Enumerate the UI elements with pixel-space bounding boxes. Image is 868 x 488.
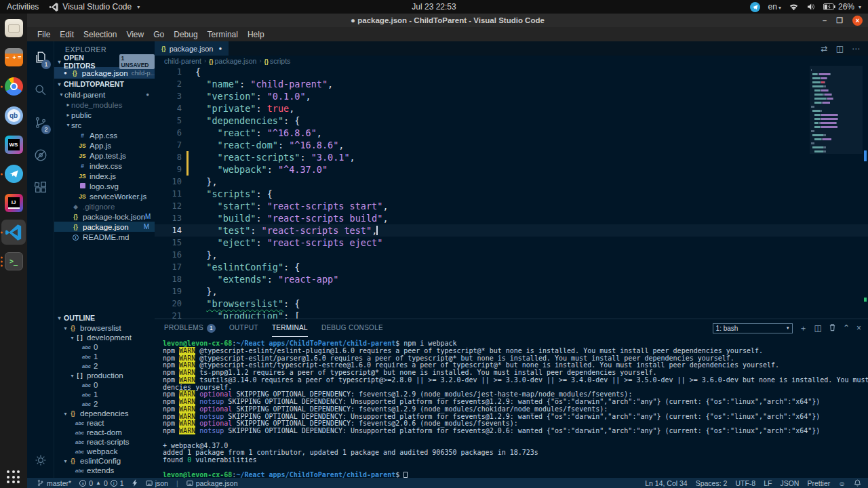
search-activity-icon[interactable]: [27, 74, 54, 106]
new-terminal-icon[interactable]: ＋: [800, 323, 808, 334]
code-line-4[interactable]: 4 "private": true,: [155, 102, 868, 115]
close-button[interactable]: ×: [852, 16, 863, 26]
code-line-14[interactable]: 14 "test": "react-scripts test",: [155, 224, 868, 237]
code-line-12[interactable]: 12 "start": "react-scripts start",: [155, 200, 868, 212]
code-line-3[interactable]: 3 "version": "0.1.0",: [155, 90, 868, 102]
telegram-tray-icon[interactable]: [750, 2, 760, 12]
code-line-21[interactable]: 21 "production": [: [155, 310, 868, 319]
tree-item-webpack[interactable]: abcwebpack: [54, 447, 155, 456]
debug-activity-icon[interactable]: [27, 139, 54, 171]
terminal[interactable]: levon@levon-cx-68:~/React apps/ChildToPa…: [155, 337, 868, 479]
code-line-19[interactable]: 19 },: [155, 285, 868, 298]
split-editor-icon[interactable]: ◫: [836, 44, 844, 54]
tree-item-eslintconfig[interactable]: ▾{}eslintConfig: [54, 456, 155, 466]
workspace-header[interactable]: ▾ CHILDTOPARENT: [54, 79, 155, 89]
title-bar[interactable]: ● package.json - ChildToParent - Visual …: [27, 14, 868, 27]
minimap[interactable]: [810, 66, 863, 319]
panel-tab-output[interactable]: OUTPUT: [229, 319, 258, 337]
code-line-10[interactable]: 10 },: [155, 176, 868, 188]
panel-tab-debug-console[interactable]: DEBUG CONSOLE: [321, 319, 383, 337]
tree-item-development[interactable]: ▾[ ]development: [54, 333, 155, 342]
open-changes-icon[interactable]: ⇄: [821, 44, 828, 54]
code-line-15[interactable]: 15 "eject": "react-scripts eject": [155, 237, 868, 249]
split-terminal-icon[interactable]: ◫: [814, 323, 822, 333]
indentation[interactable]: Spaces: 2: [696, 479, 728, 487]
manage-gear-icon[interactable]: [27, 444, 54, 476]
tree-item-extends[interactable]: abcextends: [54, 466, 155, 475]
notifications-bell-icon[interactable]: [854, 479, 861, 487]
maximize-panel-icon[interactable]: ⌃: [843, 323, 850, 333]
outline-header[interactable]: ▾ OUTLINE: [54, 312, 155, 323]
tree-item-1[interactable]: abc1: [54, 390, 155, 399]
menu-selection[interactable]: Selection: [79, 30, 121, 39]
tree-item-node-modules[interactable]: ▸node_modules: [54, 100, 155, 110]
source-control-activity-icon[interactable]: 2: [27, 106, 54, 139]
tree-item-readme-md[interactable]: iREADME.md: [54, 232, 155, 242]
breadcrumb-item[interactable]: {}package.json: [209, 57, 257, 65]
tree-item-react-scripts[interactable]: abcreact-scripts: [54, 437, 155, 447]
panel-tab-terminal[interactable]: TERMINAL: [272, 319, 308, 337]
code-line-6[interactable]: 6 "react": "^16.8.6",: [155, 127, 868, 139]
feedback-smiley-icon[interactable]: ☺: [838, 479, 846, 487]
menu-terminal[interactable]: Terminal: [203, 30, 243, 39]
tree-item-index-js[interactable]: JSindex.js: [54, 171, 155, 181]
show-apps-button[interactable]: [5, 469, 22, 485]
script-item-package-json[interactable]: package.json: [186, 479, 238, 487]
close-panel-icon[interactable]: ×: [856, 323, 861, 333]
tree-item-serviceworker-js[interactable]: JSserviceWorker.js: [54, 191, 155, 201]
app-menu[interactable]: Visual Studio Code ▾: [50, 2, 140, 12]
menu-edit[interactable]: Edit: [55, 30, 79, 39]
battery-indicator[interactable]: 26% ▾: [823, 2, 861, 12]
vscode-dock-icon[interactable]: [0, 218, 27, 247]
code-line-18[interactable]: 18 "extends": "react-app": [155, 273, 868, 285]
telegram-dock-icon[interactable]: [0, 159, 27, 188]
extensions-activity-icon[interactable]: [27, 171, 54, 204]
menu-go[interactable]: Go: [149, 30, 169, 39]
tree-item-index-css[interactable]: #index.css: [54, 161, 155, 171]
problems-indicator[interactable]: ×0▲0i1: [79, 479, 123, 487]
tree-item-0[interactable]: abc0: [54, 342, 155, 352]
explorer-activity-icon[interactable]: 1: [27, 41, 54, 74]
open-editors-header[interactable]: ▾ OPEN EDITORS 1 UNSAVED: [54, 56, 155, 67]
menu-view[interactable]: View: [121, 30, 149, 39]
git-branch-indicator[interactable]: master*: [37, 479, 71, 487]
tree-item-production[interactable]: ▾[ ]production: [54, 371, 155, 380]
tree-item-1[interactable]: abc1: [54, 352, 155, 361]
script-item-json[interactable]: json: [146, 479, 168, 487]
tab-package-json[interactable]: {} package.json ●: [155, 41, 229, 56]
shell-select[interactable]: 1: bash▾: [713, 323, 793, 333]
menu-debug[interactable]: Debug: [169, 30, 202, 39]
code-line-13[interactable]: 13 "build": "react-scripts build",: [155, 212, 868, 224]
code-line-11[interactable]: 11 "scripts": {: [155, 188, 868, 200]
webstorm-dock-icon[interactable]: WS: [0, 130, 27, 159]
chrome-dock-icon[interactable]: [0, 72, 27, 101]
tree-item-browserslist[interactable]: ▾{}browserslist: [54, 323, 155, 333]
tree-item-2[interactable]: abc2: [54, 361, 155, 371]
tree-item-public[interactable]: ▸public: [54, 110, 155, 120]
encoding[interactable]: UTF-8: [735, 479, 755, 487]
keyboard-layout[interactable]: en▾: [768, 2, 781, 12]
tree-item-dependencies[interactable]: ▾{}dependencies: [54, 409, 155, 418]
menu-file[interactable]: File: [33, 30, 55, 39]
code-editor[interactable]: 1{2 "name": "child-parent",3 "version": …: [155, 66, 868, 319]
intellij-dock-icon[interactable]: IJ: [0, 188, 27, 218]
tree-item-src[interactable]: ▾src: [54, 120, 155, 130]
feedback-bolt-icon[interactable]: [132, 479, 138, 487]
tree-item-package-lock-json[interactable]: {}package-lock.jsonM: [54, 211, 155, 222]
code-line-2[interactable]: 2 "name": "child-parent",: [155, 78, 868, 90]
minimize-button[interactable]: –: [823, 16, 827, 24]
activities-button[interactable]: Activities: [7, 2, 39, 12]
tree-item--gitignore[interactable]: ◆.gitignore: [54, 201, 155, 211]
code-line-1[interactable]: 1{: [155, 66, 868, 78]
breadcrumb-item[interactable]: {}scripts: [264, 57, 290, 65]
eol-sequence[interactable]: LF: [764, 479, 772, 487]
code-line-17[interactable]: 17 "eslintConfig": {: [155, 261, 868, 273]
panel-tab-problems[interactable]: PROBLEMS1: [164, 319, 216, 337]
cursor-position[interactable]: Ln 14, Col 34: [645, 479, 687, 487]
terminal-dock-icon[interactable]: >_: [0, 247, 27, 276]
code-line-16[interactable]: 16 },: [155, 249, 868, 261]
menu-help[interactable]: Help: [243, 30, 269, 39]
tree-item-logo-svg[interactable]: logo.svg: [54, 181, 155, 191]
code-line-8[interactable]: 8 "react-scripts": "3.0.1",: [155, 151, 868, 163]
tree-item-2[interactable]: abc2: [54, 399, 155, 409]
